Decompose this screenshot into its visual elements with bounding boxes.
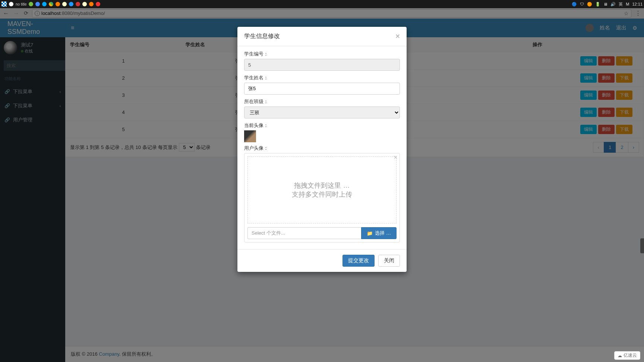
firefox-icon[interactable] <box>56 2 60 6</box>
close-button[interactable]: 关闭 <box>378 255 400 267</box>
tray-icon[interactable]: 🔵 <box>572 2 577 7</box>
modal-title: 学生信息修改 <box>244 32 280 40</box>
app-icon[interactable] <box>96 2 100 6</box>
input-student-id <box>244 59 400 71</box>
submit-button[interactable]: 提交更改 <box>342 255 375 267</box>
modal-close-icon[interactable]: × <box>395 32 400 41</box>
tray-icon[interactable]: 🟠 <box>587 2 592 7</box>
label-user-avatar: 用户头像： <box>244 145 400 152</box>
tray-icon[interactable]: 🔊 <box>610 2 616 7</box>
app-icon[interactable] <box>29 2 33 6</box>
folder-icon: 📁 <box>367 231 373 236</box>
cortana-icon[interactable] <box>9 2 13 6</box>
select-class[interactable]: 三班 <box>244 107 400 118</box>
label-student-id: 学生编号： <box>244 51 400 57</box>
label-current-avatar: 当前头像： <box>244 122 400 129</box>
app-icon[interactable] <box>76 2 80 6</box>
current-avatar-thumb <box>244 130 256 142</box>
ime-indicator[interactable]: 英 <box>619 1 623 7</box>
clock[interactable]: 12:11 <box>632 2 643 6</box>
edge-icon[interactable] <box>42 2 47 6</box>
edit-student-modal: 学生信息修改 × 学生编号： 学生姓名： 所在班级： 三班 当前头像： 用户头像… <box>237 27 407 272</box>
app-icon[interactable] <box>35 2 40 6</box>
app-icon[interactable] <box>82 2 87 6</box>
dropzone-close-icon[interactable]: × <box>394 154 397 161</box>
file-drop-zone[interactable]: 拖拽文件到这里 … 支持多文件同时上传 <box>247 156 397 223</box>
cloud-icon: ☁ <box>618 353 622 358</box>
os-taskbar: no title 🔵 🛡 🟠 🔋 🖥 🔊 英 M 12:11 <box>0 0 644 8</box>
input-student-name[interactable] <box>244 83 400 95</box>
chrome-icon[interactable] <box>49 2 53 6</box>
tray-icon[interactable]: M <box>626 2 629 6</box>
side-float-tab[interactable] <box>640 238 644 253</box>
watermark: ☁ 亿速云 <box>614 351 640 360</box>
file-caption: Select 个文件... <box>247 227 361 239</box>
tray-icon[interactable]: 🛡 <box>580 2 584 6</box>
tray-icon[interactable]: 🔋 <box>595 2 600 7</box>
tray-icon[interactable]: 🖥 <box>603 2 607 6</box>
app-icon[interactable] <box>62 2 67 6</box>
firefox-icon[interactable] <box>89 2 94 6</box>
label-class: 所在班级： <box>244 98 400 105</box>
file-upload-panel: × 拖拽文件到这里 … 支持多文件同时上传 Select 个文件... 📁 选择… <box>244 153 400 242</box>
start-icon[interactable] <box>1 1 7 7</box>
file-select-button[interactable]: 📁 选择 … <box>361 227 397 239</box>
label-student-name: 学生姓名： <box>244 74 400 81</box>
app-icon[interactable] <box>69 2 73 6</box>
taskbar-title: no title <box>16 2 26 6</box>
